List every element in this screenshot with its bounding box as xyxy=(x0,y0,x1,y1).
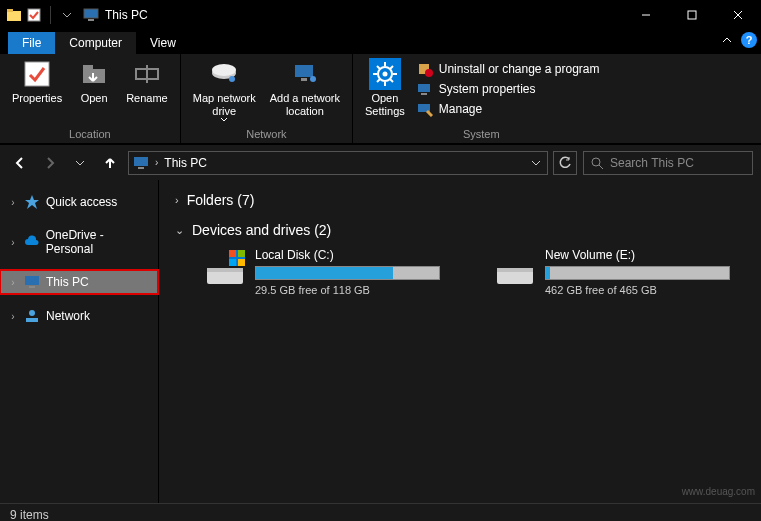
sidebar-item-label: This PC xyxy=(46,275,89,289)
chevron-right-icon[interactable]: › xyxy=(8,237,18,248)
section-drives[interactable]: ⌄ Devices and drives (2) xyxy=(175,218,745,242)
watermark: www.deuag.com xyxy=(682,486,755,497)
drive-item[interactable]: Local Disk (C:) 29.5 GB free of 118 GB xyxy=(205,248,455,296)
sidebar-item-this-pc[interactable]: › This PC xyxy=(0,270,158,294)
sidebar-item-label: Network xyxy=(46,309,90,323)
back-button[interactable] xyxy=(8,151,32,175)
this-pc-icon xyxy=(24,274,40,290)
svg-rect-44 xyxy=(26,318,38,322)
help-icon[interactable]: ? xyxy=(741,32,757,48)
network-icon xyxy=(24,308,40,324)
sidebar-item-quick-access[interactable]: › Quick access xyxy=(0,190,158,214)
forward-button[interactable] xyxy=(38,151,62,175)
this-pc-icon xyxy=(83,7,99,23)
qat-dropdown-icon[interactable] xyxy=(59,7,75,23)
window-controls xyxy=(623,0,761,30)
navigation-bar: › This PC Search This PC xyxy=(0,144,761,180)
svg-point-15 xyxy=(212,64,236,76)
svg-rect-50 xyxy=(229,259,236,266)
svg-point-16 xyxy=(229,76,235,82)
map-drive-label: Map network drive xyxy=(193,92,256,117)
rename-label: Rename xyxy=(126,92,168,105)
properties-qat-icon[interactable] xyxy=(26,7,42,23)
open-settings-label: Open Settings xyxy=(365,92,405,117)
address-dropdown-icon[interactable] xyxy=(531,158,541,168)
chevron-right-icon[interactable]: › xyxy=(8,277,18,288)
address-bar[interactable]: › This PC xyxy=(128,151,548,175)
up-button[interactable] xyxy=(98,151,122,175)
refresh-button[interactable] xyxy=(553,151,577,175)
ribbon-group-label: Network xyxy=(246,126,286,143)
chevron-right-icon: › xyxy=(175,194,179,206)
svg-point-32 xyxy=(425,69,433,77)
sidebar-item-label: Quick access xyxy=(46,195,117,209)
open-button[interactable]: Open xyxy=(70,56,118,126)
rename-button[interactable]: Rename xyxy=(120,56,174,126)
search-input[interactable]: Search This PC xyxy=(583,151,753,175)
ribbon-group-location: Properties Open Rename Location xyxy=(0,54,181,143)
recent-locations-button[interactable] xyxy=(68,151,92,175)
properties-icon xyxy=(21,58,53,90)
svg-rect-52 xyxy=(497,270,533,284)
maximize-button[interactable] xyxy=(669,0,715,30)
ribbon-group-system: Open Settings Uninstall or change a prog… xyxy=(353,54,610,143)
manage-icon xyxy=(417,101,433,117)
svg-point-22 xyxy=(382,72,387,77)
sidebar-item-onedrive[interactable]: › OneDrive - Personal xyxy=(0,224,158,260)
tab-file[interactable]: File xyxy=(8,32,55,54)
tab-view[interactable]: View xyxy=(136,32,190,54)
svg-rect-53 xyxy=(497,268,533,272)
chevron-down-icon: ⌄ xyxy=(175,224,184,237)
svg-point-38 xyxy=(592,158,600,166)
svg-rect-18 xyxy=(301,78,307,81)
manage-button[interactable]: Manage xyxy=(413,100,604,118)
svg-rect-2 xyxy=(28,9,40,21)
svg-rect-4 xyxy=(88,19,94,21)
tab-computer[interactable]: Computer xyxy=(55,32,136,54)
svg-rect-6 xyxy=(688,11,696,19)
network-drive-icon xyxy=(208,58,240,90)
svg-line-39 xyxy=(599,165,603,169)
search-icon xyxy=(590,156,604,170)
status-bar: 9 items xyxy=(0,503,761,521)
drive-name: New Volume (E:) xyxy=(545,248,745,262)
properties-button[interactable]: Properties xyxy=(6,56,68,126)
system-properties-icon xyxy=(417,81,433,97)
drive-c-icon xyxy=(205,248,245,288)
close-button[interactable] xyxy=(715,0,761,30)
chevron-right-icon[interactable]: › xyxy=(155,157,158,168)
add-network-location-button[interactable]: Add a network location xyxy=(264,56,346,126)
svg-rect-1 xyxy=(7,9,13,12)
map-network-drive-button[interactable]: Map network drive xyxy=(187,56,262,126)
uninstall-program-button[interactable]: Uninstall or change a program xyxy=(413,60,604,78)
open-settings-button[interactable]: Open Settings xyxy=(359,56,411,126)
sidebar-item-network[interactable]: › Network xyxy=(0,304,158,328)
svg-point-19 xyxy=(310,76,316,82)
open-icon xyxy=(78,58,110,90)
svg-rect-49 xyxy=(238,250,245,257)
search-placeholder: Search This PC xyxy=(610,156,694,170)
chevron-right-icon[interactable]: › xyxy=(8,197,18,208)
manage-label: Manage xyxy=(439,102,482,116)
svg-rect-9 xyxy=(25,62,49,86)
section-label: Devices and drives (2) xyxy=(192,222,331,238)
drive-e-icon xyxy=(495,248,535,288)
svg-rect-36 xyxy=(134,157,148,166)
this-pc-icon xyxy=(133,155,149,171)
system-properties-button[interactable]: System properties xyxy=(413,80,604,98)
main-area: › Quick access › OneDrive - Personal › T… xyxy=(0,180,761,503)
drive-item[interactable]: New Volume (E:) 462 GB free of 465 GB xyxy=(495,248,745,296)
drive-usage-bar xyxy=(255,266,440,280)
folder-icon xyxy=(6,7,22,23)
collapse-ribbon-icon[interactable] xyxy=(721,34,733,46)
section-folders[interactable]: › Folders (7) xyxy=(175,188,745,212)
svg-rect-48 xyxy=(229,250,236,257)
uninstall-icon xyxy=(417,61,433,77)
network-location-icon xyxy=(289,58,321,90)
chevron-right-icon[interactable]: › xyxy=(8,311,18,322)
drives-list: Local Disk (C:) 29.5 GB free of 118 GB N… xyxy=(205,248,745,296)
quick-access-toolbar xyxy=(6,6,75,24)
rename-icon xyxy=(131,58,163,90)
minimize-button[interactable] xyxy=(623,0,669,30)
svg-rect-42 xyxy=(29,286,35,288)
